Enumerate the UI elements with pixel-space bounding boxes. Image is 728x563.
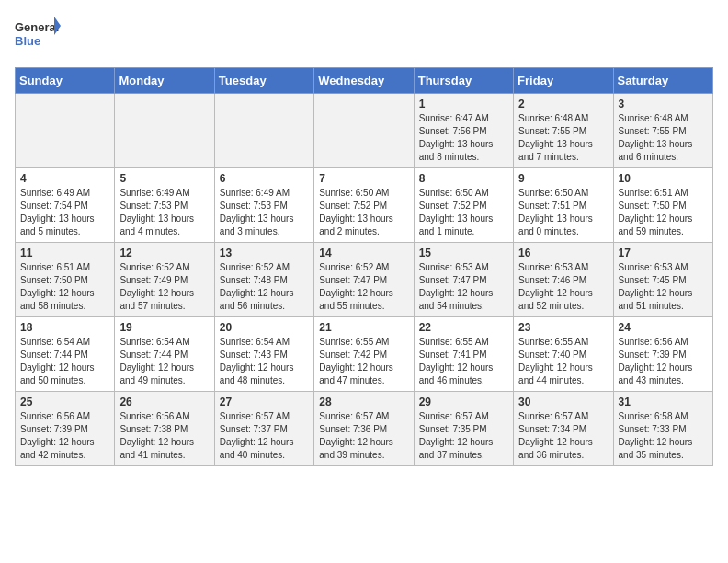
- calendar-week-row: 11Sunrise: 6:51 AM Sunset: 7:50 PM Dayli…: [16, 243, 713, 317]
- cell-content: Sunrise: 6:50 AM Sunset: 7:52 PM Dayligh…: [419, 187, 508, 238]
- cell-content: Sunrise: 6:52 AM Sunset: 7:48 PM Dayligh…: [220, 261, 309, 313]
- cell-content: Sunrise: 6:48 AM Sunset: 7:55 PM Dayligh…: [518, 112, 608, 164]
- day-number: 3: [619, 98, 708, 110]
- day-number: 6: [220, 172, 309, 185]
- calendar-header-row: SundayMondayTuesdayWednesdayThursdayFrid…: [16, 68, 713, 94]
- calendar-cell: [214, 94, 313, 168]
- calendar-cell: 24Sunrise: 6:56 AM Sunset: 7:39 PM Dayli…: [613, 317, 712, 392]
- day-number: 5: [119, 172, 209, 185]
- day-number: 22: [419, 321, 508, 334]
- calendar-cell: 1Sunrise: 6:47 AM Sunset: 7:56 PM Daylig…: [414, 94, 513, 168]
- day-number: 23: [518, 321, 608, 334]
- calendar-cell: 17Sunrise: 6:53 AM Sunset: 7:45 PM Dayli…: [613, 243, 712, 317]
- cell-content: Sunrise: 6:51 AM Sunset: 7:50 PM Dayligh…: [20, 261, 109, 313]
- cell-content: Sunrise: 6:52 AM Sunset: 7:49 PM Dayligh…: [119, 261, 209, 313]
- calendar-cell: [16, 94, 115, 168]
- cell-content: Sunrise: 6:57 AM Sunset: 7:35 PM Dayligh…: [419, 410, 508, 462]
- calendar-cell: 8Sunrise: 6:50 AM Sunset: 7:52 PM Daylig…: [414, 168, 513, 243]
- cell-content: Sunrise: 6:57 AM Sunset: 7:34 PM Dayligh…: [518, 410, 608, 462]
- cell-content: Sunrise: 6:55 AM Sunset: 7:41 PM Dayligh…: [419, 336, 508, 387]
- calendar-cell: 29Sunrise: 6:57 AM Sunset: 7:35 PM Dayli…: [414, 392, 513, 466]
- day-number: 12: [119, 247, 209, 259]
- day-number: 17: [619, 247, 708, 259]
- calendar-table: SundayMondayTuesdayWednesdayThursdayFrid…: [15, 67, 713, 466]
- day-number: 28: [319, 396, 408, 408]
- calendar-cell: 22Sunrise: 6:55 AM Sunset: 7:41 PM Dayli…: [414, 317, 513, 392]
- calendar-cell: 9Sunrise: 6:50 AM Sunset: 7:51 PM Daylig…: [514, 168, 613, 243]
- cell-content: Sunrise: 6:49 AM Sunset: 7:53 PM Dayligh…: [220, 187, 309, 238]
- day-number: 7: [319, 172, 408, 185]
- calendar-cell: 12Sunrise: 6:52 AM Sunset: 7:49 PM Dayli…: [115, 243, 214, 317]
- calendar-cell: 20Sunrise: 6:54 AM Sunset: 7:43 PM Dayli…: [214, 317, 313, 392]
- calendar-cell: 25Sunrise: 6:56 AM Sunset: 7:39 PM Dayli…: [16, 392, 115, 466]
- cell-content: Sunrise: 6:54 AM Sunset: 7:44 PM Dayligh…: [119, 336, 209, 387]
- day-number: 16: [518, 247, 608, 259]
- cell-content: Sunrise: 6:56 AM Sunset: 7:38 PM Dayligh…: [119, 410, 209, 462]
- calendar-cell: 11Sunrise: 6:51 AM Sunset: 7:50 PM Dayli…: [16, 243, 115, 317]
- calendar-cell: 6Sunrise: 6:49 AM Sunset: 7:53 PM Daylig…: [214, 168, 313, 243]
- day-number: 10: [619, 172, 708, 185]
- calendar-cell: 15Sunrise: 6:53 AM Sunset: 7:47 PM Dayli…: [414, 243, 513, 317]
- cell-content: Sunrise: 6:48 AM Sunset: 7:55 PM Dayligh…: [619, 112, 708, 164]
- day-number: 15: [419, 247, 508, 259]
- calendar-cell: 21Sunrise: 6:55 AM Sunset: 7:42 PM Dayli…: [314, 317, 414, 392]
- calendar-cell: 7Sunrise: 6:50 AM Sunset: 7:52 PM Daylig…: [314, 168, 414, 243]
- calendar-week-row: 25Sunrise: 6:56 AM Sunset: 7:39 PM Dayli…: [16, 392, 713, 466]
- header-monday: Monday: [115, 68, 214, 94]
- calendar-cell: 23Sunrise: 6:55 AM Sunset: 7:40 PM Dayli…: [514, 317, 613, 392]
- cell-content: Sunrise: 6:52 AM Sunset: 7:47 PM Dayligh…: [319, 261, 408, 313]
- calendar-cell: 28Sunrise: 6:57 AM Sunset: 7:36 PM Dayli…: [314, 392, 414, 466]
- calendar-cell: 30Sunrise: 6:57 AM Sunset: 7:34 PM Dayli…: [514, 392, 613, 466]
- calendar-week-row: 1Sunrise: 6:47 AM Sunset: 7:56 PM Daylig…: [16, 94, 713, 168]
- day-number: 8: [419, 172, 508, 185]
- cell-content: Sunrise: 6:51 AM Sunset: 7:50 PM Dayligh…: [619, 187, 708, 238]
- calendar-cell: 27Sunrise: 6:57 AM Sunset: 7:37 PM Dayli…: [214, 392, 313, 466]
- header-thursday: Thursday: [414, 68, 513, 94]
- header-sunday: Sunday: [16, 68, 115, 94]
- day-number: 14: [319, 247, 408, 259]
- day-number: 26: [119, 396, 209, 408]
- cell-content: Sunrise: 6:56 AM Sunset: 7:39 PM Dayligh…: [619, 336, 708, 387]
- cell-content: Sunrise: 6:53 AM Sunset: 7:45 PM Dayligh…: [619, 261, 708, 313]
- cell-content: Sunrise: 6:53 AM Sunset: 7:47 PM Dayligh…: [419, 261, 508, 313]
- svg-text:Blue: Blue: [15, 34, 40, 48]
- calendar-week-row: 4Sunrise: 6:49 AM Sunset: 7:54 PM Daylig…: [16, 168, 713, 243]
- calendar-week-row: 18Sunrise: 6:54 AM Sunset: 7:44 PM Dayli…: [16, 317, 713, 392]
- page-header: General Blue: [15, 15, 713, 56]
- cell-content: Sunrise: 6:58 AM Sunset: 7:33 PM Dayligh…: [619, 410, 708, 462]
- calendar-cell: 13Sunrise: 6:52 AM Sunset: 7:48 PM Dayli…: [214, 243, 313, 317]
- day-number: 20: [220, 321, 309, 334]
- day-number: 11: [20, 247, 109, 259]
- day-number: 4: [20, 172, 109, 185]
- calendar-cell: 5Sunrise: 6:49 AM Sunset: 7:53 PM Daylig…: [115, 168, 214, 243]
- svg-text:General: General: [15, 20, 59, 34]
- cell-content: Sunrise: 6:50 AM Sunset: 7:51 PM Dayligh…: [518, 187, 608, 238]
- day-number: 21: [319, 321, 408, 334]
- header-saturday: Saturday: [613, 68, 712, 94]
- calendar-cell: 19Sunrise: 6:54 AM Sunset: 7:44 PM Dayli…: [115, 317, 214, 392]
- cell-content: Sunrise: 6:49 AM Sunset: 7:53 PM Dayligh…: [119, 187, 209, 238]
- cell-content: Sunrise: 6:55 AM Sunset: 7:40 PM Dayligh…: [518, 336, 608, 387]
- calendar-cell: 10Sunrise: 6:51 AM Sunset: 7:50 PM Dayli…: [613, 168, 712, 243]
- cell-content: Sunrise: 6:49 AM Sunset: 7:54 PM Dayligh…: [20, 187, 109, 238]
- calendar-cell: 4Sunrise: 6:49 AM Sunset: 7:54 PM Daylig…: [16, 168, 115, 243]
- calendar-cell: [115, 94, 214, 168]
- cell-content: Sunrise: 6:55 AM Sunset: 7:42 PM Dayligh…: [319, 336, 408, 387]
- calendar-cell: 31Sunrise: 6:58 AM Sunset: 7:33 PM Dayli…: [613, 392, 712, 466]
- day-number: 13: [220, 247, 309, 259]
- cell-content: Sunrise: 6:57 AM Sunset: 7:37 PM Dayligh…: [220, 410, 309, 462]
- calendar-cell: 18Sunrise: 6:54 AM Sunset: 7:44 PM Dayli…: [16, 317, 115, 392]
- day-number: 24: [619, 321, 708, 334]
- day-number: 2: [518, 98, 608, 110]
- day-number: 27: [220, 396, 309, 408]
- day-number: 19: [119, 321, 209, 334]
- calendar-cell: 2Sunrise: 6:48 AM Sunset: 7:55 PM Daylig…: [514, 94, 613, 168]
- day-number: 29: [419, 396, 508, 408]
- calendar-cell: 26Sunrise: 6:56 AM Sunset: 7:38 PM Dayli…: [115, 392, 214, 466]
- cell-content: Sunrise: 6:54 AM Sunset: 7:43 PM Dayligh…: [220, 336, 309, 387]
- header-friday: Friday: [514, 68, 613, 94]
- calendar-cell: 16Sunrise: 6:53 AM Sunset: 7:46 PM Dayli…: [514, 243, 613, 317]
- cell-content: Sunrise: 6:53 AM Sunset: 7:46 PM Dayligh…: [518, 261, 608, 313]
- cell-content: Sunrise: 6:50 AM Sunset: 7:52 PM Dayligh…: [319, 187, 408, 238]
- cell-content: Sunrise: 6:47 AM Sunset: 7:56 PM Dayligh…: [419, 112, 508, 164]
